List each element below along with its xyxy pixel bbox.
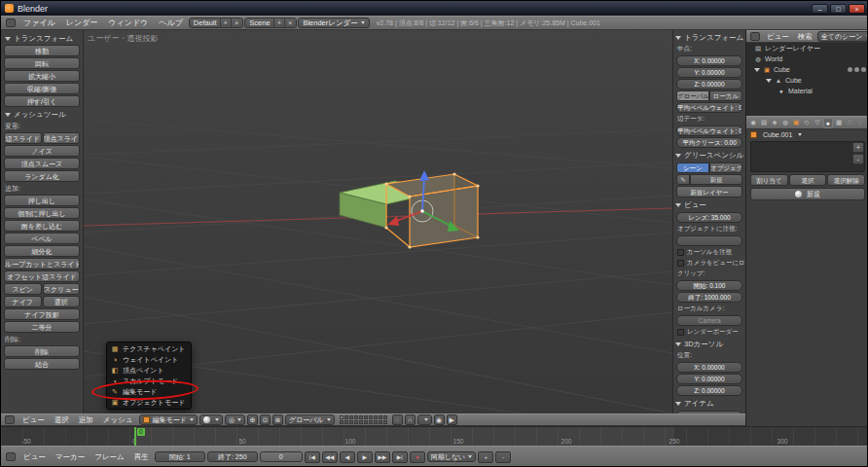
cursor-z-field[interactable]: Z: 0.00000 — [676, 385, 742, 396]
outliner-item-material[interactable]: ● Material — [746, 86, 868, 96]
tab-scene[interactable]: ◈ — [770, 118, 779, 128]
frame-start-field[interactable]: 開始: 1 — [155, 451, 205, 462]
outliner-item-cube-mesh[interactable]: ▲ Cube — [746, 75, 868, 86]
manipulator-scale-button[interactable]: ⊗ — [272, 414, 283, 425]
material-slot-list[interactable]: + - — [750, 141, 865, 172]
timeline-ruler[interactable]: -50 0 50 100 150 200 250 300 0 — [1, 426, 868, 446]
gp-source-scene-toggle[interactable]: シーン — [676, 162, 709, 173]
render-engine-selector[interactable]: Blenderレンダー — [298, 18, 369, 28]
panel-header-grease-pencil[interactable]: グリースペンシル — [674, 149, 744, 162]
panel-header-item[interactable]: アイテム — [674, 397, 744, 410]
bisect-button[interactable]: 二等分 — [4, 321, 80, 333]
shading-dropdown[interactable] — [199, 414, 223, 425]
prev-keyframe-button[interactable]: ◀◀ — [322, 451, 338, 463]
gp-new-button[interactable]: 新規 — [690, 174, 742, 185]
loop-cut-button[interactable]: ループカットとスライド — [4, 258, 80, 269]
frame-end-field[interactable]: 終了: 250 — [207, 451, 258, 462]
expand-icon[interactable] — [754, 68, 760, 72]
jump-to-end-button[interactable]: ▶| — [392, 451, 408, 463]
bevel-button[interactable]: ベベル — [4, 233, 80, 244]
outliner-menu-view[interactable]: ビュー — [763, 32, 793, 42]
lock-object-field[interactable] — [676, 235, 742, 246]
mode-menu-item-vertex-paint[interactable]: ◧頂点ペイント — [107, 365, 191, 376]
tab-modifiers[interactable]: ◇ — [802, 118, 812, 128]
item-name-field[interactable]: Cube.001 — [676, 411, 742, 413]
clip-start-field[interactable]: 開始: 0.100 — [676, 280, 742, 291]
opengl-render-button[interactable]: ◉ — [434, 414, 445, 425]
tab-render-layers[interactable]: ▤ — [759, 118, 769, 128]
renderability-toggle[interactable] — [861, 67, 866, 72]
maximize-button[interactable]: □ — [830, 4, 847, 14]
noise-button[interactable]: ノイズ — [4, 145, 80, 157]
outliner-item-render-layers[interactable]: ▤ レンダーレイヤー — [746, 43, 868, 54]
outliner-menu-search[interactable]: 検索 — [794, 32, 816, 42]
assign-button[interactable]: 割り当て — [750, 174, 788, 186]
menu-window[interactable]: ウィンドウ — [103, 18, 153, 28]
manipulator-translate-button[interactable]: ⊕ — [247, 414, 258, 425]
screw-button[interactable]: スクリュー — [43, 283, 81, 295]
spin-button[interactable]: スピン — [4, 283, 42, 295]
scale-button[interactable]: 拡大縮小 — [4, 70, 80, 82]
record-button[interactable]: ● — [410, 451, 425, 463]
lock-icon[interactable]: ◌ — [392, 414, 403, 425]
panel-header-mesh-tools[interactable]: メッシュツール — [4, 108, 80, 121]
add-scene-button[interactable]: + — [273, 18, 281, 27]
rotate-button[interactable]: 回転 — [4, 57, 80, 69]
panel-header-transform[interactable]: トランスフォーム — [674, 31, 744, 44]
mode-menu-item-texture-paint[interactable]: ▦テクスチャペイント — [107, 343, 191, 354]
tab-material[interactable]: ● — [823, 118, 833, 128]
vertex-slide-button[interactable]: 頂点スライド — [43, 132, 81, 144]
timeline-menu-playback[interactable]: 再生 — [130, 452, 153, 462]
shrink-fatten-button[interactable]: 収縮/膨張 — [4, 83, 80, 94]
sync-mode-dropdown[interactable]: 同期しない — [427, 451, 477, 462]
menu-view[interactable]: ビュー — [18, 415, 49, 425]
editor-type-icon[interactable] — [5, 415, 15, 424]
offset-edge-slide-button[interactable]: オフセット辺スライド — [4, 270, 80, 282]
visibility-toggle[interactable] — [848, 67, 852, 72]
scene-selector[interactable]: Scene + × — [244, 18, 297, 28]
cursor-y-field[interactable]: Y: 0.00000 — [676, 374, 742, 384]
current-frame-field[interactable]: 0 — [260, 451, 303, 462]
panel-header-view[interactable]: ビュー — [674, 198, 744, 211]
outliner-item-cube-object[interactable]: ▣ Cube — [746, 64, 868, 75]
menu-render[interactable]: レンダー — [61, 18, 103, 28]
vertex-bevel-weight-field[interactable]: 平均ベベルウェイト: 0.00 — [676, 102, 742, 113]
snap-element-dropdown[interactable] — [417, 414, 432, 425]
randomize-button[interactable]: ランダム化 — [4, 170, 80, 182]
tab-physics[interactable]: ◌ — [855, 118, 865, 128]
lock-cursor-checkbox[interactable]: カーソルを注視 — [674, 247, 744, 258]
menu-select[interactable]: 選択 — [51, 415, 73, 425]
tab-object-data[interactable]: ▽ — [813, 118, 822, 128]
space-global-toggle[interactable]: グローバル — [676, 90, 709, 101]
opengl-render-anim-button[interactable]: ▶ — [447, 414, 457, 425]
editor-type-icon[interactable] — [750, 32, 760, 41]
timeline-menu-view[interactable]: ビュー — [19, 452, 50, 462]
median-z-field[interactable]: Z: 0.00000 — [676, 79, 742, 90]
select-button[interactable]: 選択 — [789, 174, 827, 186]
smooth-vertex-button[interactable]: 頂点スムーズ — [4, 158, 80, 169]
push-pull-button[interactable]: 押す/引く — [4, 95, 80, 107]
remove-layout-button[interactable]: × — [231, 18, 238, 27]
manipulator-rotate-button[interactable]: ⊙ — [260, 414, 271, 425]
knife-select-button[interactable]: 選択 — [43, 296, 81, 307]
deselect-button[interactable]: 選択解除 — [827, 174, 865, 186]
tab-object[interactable]: ▣ — [791, 118, 801, 128]
lock-camera-checkbox[interactable]: カメラをビューにロック — [674, 258, 744, 269]
tab-render[interactable]: ◉ — [748, 118, 758, 128]
next-keyframe-button[interactable]: ▶▶ — [375, 451, 390, 463]
gp-new-layer-button[interactable]: 新規レイヤー — [676, 186, 742, 198]
merge-button[interactable]: 結合 — [4, 358, 80, 370]
edge-bevel-weight-field[interactable]: 平均ベベルウェイト: 0.00 — [676, 126, 742, 136]
cursor-x-field[interactable]: X: 0.00000 — [676, 362, 742, 373]
screen-layout-selector[interactable]: Default + × — [189, 18, 244, 28]
add-layout-button[interactable]: + — [220, 18, 228, 27]
panel-header-transform[interactable]: トランスフォーム — [4, 32, 80, 45]
selectability-toggle[interactable] — [854, 67, 859, 72]
clip-end-field[interactable]: 終了: 1000.000 — [676, 292, 742, 303]
remove-scene-button[interactable]: × — [284, 18, 292, 27]
menu-file[interactable]: ファイル — [18, 18, 60, 28]
editor-type-icon[interactable] — [6, 18, 16, 27]
lens-field[interactable]: レンズ: 35.000 — [676, 212, 742, 223]
keying-set-add-button[interactable]: + — [478, 451, 493, 463]
edge-crease-field[interactable]: 平均クリース: 0.00 — [676, 137, 742, 148]
